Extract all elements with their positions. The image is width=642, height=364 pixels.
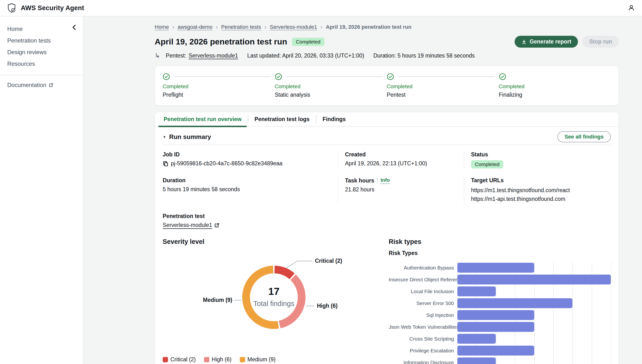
callout-medium: Medium (9) (184, 297, 232, 303)
callout-high: High (6) (317, 302, 338, 309)
bar[interactable] (457, 274, 611, 284)
sidebar-item-resources[interactable]: Resources (0, 58, 83, 70)
collapse-caret-icon[interactable]: ▼ (163, 135, 166, 139)
last-updated-text: Last updated: April 20, 2026, 03:33 (UTC… (247, 52, 364, 59)
copy-icon[interactable] (163, 161, 168, 166)
breadcrumb-separator: › (216, 24, 218, 30)
breadcrumb-serverless-module1[interactable]: Serverless-module1 (270, 24, 317, 30)
step-static-analysis: Completed Static analysis (275, 73, 387, 98)
sidebar-divider (0, 75, 83, 76)
check-circle-icon (499, 73, 506, 80)
created-value: April 19, 2026, 22:13 (UTC+1:00) (345, 160, 456, 167)
legend-swatch (204, 357, 209, 362)
risk-types-chart: Risk types Risk Types Authentication Byp… (389, 238, 611, 364)
breadcrumb-separator: › (264, 24, 266, 30)
tabs-container: Penetration test run overview Penetratio… (155, 112, 619, 364)
bar[interactable] (457, 346, 534, 356)
bar[interactable] (457, 310, 534, 320)
bar[interactable] (457, 358, 496, 364)
status-badge: Completed (292, 38, 324, 46)
download-icon (522, 39, 527, 44)
bar[interactable] (457, 334, 496, 344)
breadcrumb-awsgoat-demo[interactable]: awsgoat-demo (178, 24, 212, 30)
label-divider (377, 178, 378, 184)
penetration-test-link[interactable]: Serverless-module1 (163, 222, 212, 228)
severity-donut: Critical (2) High (6) Medium (9) 17 Tota… (163, 246, 377, 353)
generate-report-button[interactable]: Generate report (514, 36, 578, 48)
check-circle-icon (163, 73, 170, 80)
legend-item-critical[interactable]: Critical (2) (163, 356, 196, 363)
total-findings-label: Total findings (238, 300, 310, 308)
user-account-icon[interactable] (628, 4, 635, 12)
pentest-link[interactable]: Serverless-module1 (188, 52, 238, 59)
breadcrumb-current: April 19, 2026 penetration test run (326, 24, 412, 30)
legend-swatch (163, 357, 168, 362)
bar[interactable] (457, 263, 534, 273)
branch-arrow-icon: ↳ (155, 52, 160, 60)
check-circle-icon (387, 73, 394, 80)
run-meta: ↳ Pentest: Serverless-module1 Last updat… (155, 52, 619, 60)
sidebar-item-documentation[interactable]: Documentation (0, 82, 83, 88)
risk-types-title: Risk types (389, 238, 611, 246)
target-url: https://m1.test.thingsnotfound.com/react (471, 186, 604, 195)
pentest-label: Pentest: (166, 52, 186, 59)
stop-run-button[interactable]: Stop run (582, 36, 619, 48)
sidebar-item-penetration-tests[interactable]: Penetration tests (0, 35, 83, 46)
penetration-test-field: Penetration test Serverless-module1 (163, 213, 611, 228)
page-title: April 19, 2026 penetration test run (155, 37, 287, 46)
tab-penetration-test-run-overview[interactable]: Penetration test run overview (157, 112, 248, 126)
see-all-findings-button[interactable]: See all findings (558, 131, 611, 142)
bar[interactable] (457, 286, 496, 296)
sidebar-collapse-icon[interactable] (71, 24, 76, 30)
job-id-value: pj-59059816-cb20-4a7c-8650-9c82e3489eaa (171, 160, 282, 167)
target-urls-field: Target URLs https://m1.test.thingsnotfou… (464, 177, 611, 203)
donut-segment-critical[interactable] (274, 266, 295, 279)
app-logo[interactable]: AWS Security Agent (7, 3, 84, 13)
tab-findings[interactable]: Findings (316, 112, 352, 126)
bar-plot-area (457, 262, 611, 364)
bar[interactable] (457, 322, 534, 332)
step-finalizing: Completed Finalizing (499, 73, 611, 98)
sidebar-item-home[interactable]: Home (0, 23, 83, 35)
severity-legend: Critical (2) High (6) Medium (9) (163, 356, 377, 363)
sidebar-item-design-reviews[interactable]: Design reviews (0, 46, 83, 58)
legend-swatch (240, 357, 245, 362)
external-link-icon (214, 222, 220, 228)
duration-field: Duration 5 hours 19 minutes 58 seconds (163, 177, 338, 203)
tab-bar: Penetration test run overview Penetratio… (155, 112, 618, 127)
tab-penetration-test-logs[interactable]: Penetration test logs (248, 112, 316, 126)
legend-item-high[interactable]: High (6) (204, 356, 232, 363)
shield-check-icon (7, 3, 16, 13)
risk-types-subtitle: Risk Types (389, 250, 611, 256)
job-id-field: Job ID pj-59059816-cb20-4a7c-8650-9c82e3… (163, 151, 338, 168)
sidebar: Home Penetration tests Design reviews Re… (0, 16, 84, 364)
app-title: AWS Security Agent (21, 4, 84, 12)
created-field: Created April 19, 2026, 22:13 (UTC+1:00) (338, 151, 464, 168)
severity-level-chart: Severity level Critic (163, 238, 377, 364)
top-nav: AWS Security Agent (0, 0, 642, 16)
check-circle-icon (275, 73, 282, 80)
task-hours-field: Task hours Info 21.82 hours (338, 177, 464, 203)
legend-item-medium[interactable]: Medium (9) (240, 356, 276, 363)
breadcrumb-separator: › (320, 24, 322, 30)
target-url: https://m1-api.test.thingsnotfound.com (471, 195, 604, 204)
breadcrumb-penetration-tests[interactable]: Penetration tests (221, 24, 261, 30)
pipeline-stepper: Completed Preflight Completed (155, 66, 619, 106)
step-preflight: Completed Preflight (163, 73, 275, 98)
callout-critical: Critical (2) (315, 258, 342, 264)
status-badge: Completed (471, 160, 504, 168)
bar-category-labels: Authentication Bypass Insecure Direct Ob… (389, 262, 454, 364)
breadcrumb: Home › awsgoat-demo › Penetration tests … (155, 24, 619, 30)
run-summary-title: Run summary (169, 133, 211, 141)
step-pentest: Completed Pentest (387, 73, 499, 98)
summary-divider (163, 144, 611, 145)
external-link-icon (48, 83, 54, 88)
duration-value: 5 hours 19 minutes 58 seconds (163, 186, 330, 193)
task-hours-info-link[interactable]: Info (380, 177, 390, 184)
total-findings-value: 17 (238, 286, 310, 297)
main-area: Home › awsgoat-demo › Penetration tests … (84, 16, 642, 364)
breadcrumb-home[interactable]: Home (155, 24, 169, 30)
breadcrumb-separator: › (172, 24, 174, 30)
bar[interactable] (457, 298, 572, 308)
task-hours-value: 21.82 hours (345, 186, 456, 193)
